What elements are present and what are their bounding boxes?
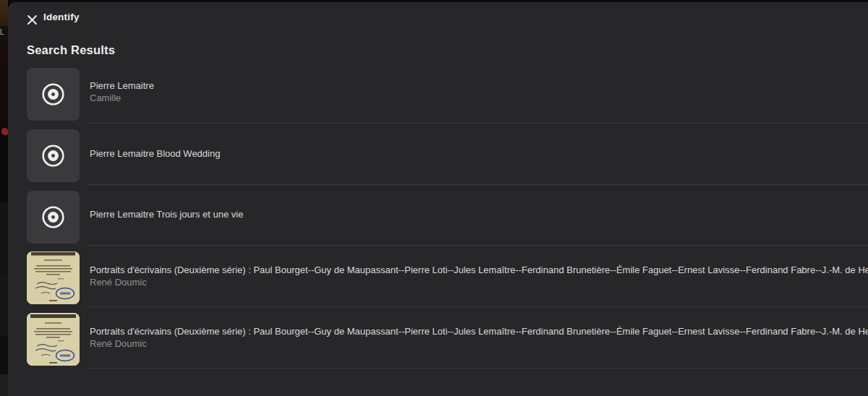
- disc-icon: [41, 205, 65, 229]
- search-result-row[interactable]: Pierre Lemaitre Trois jours et une vie: [8, 185, 868, 246]
- result-title: Portraits d'écrivains (Deuxième série) :…: [90, 326, 868, 337]
- search-result-row[interactable]: Pierre Lemaitre Camille: [8, 62, 868, 124]
- identify-modal: Identify Search Results Pierre Lemaitre …: [8, 2, 868, 396]
- close-icon: [27, 14, 38, 25]
- result-title: Pierre Lemaitre Blood Wedding: [90, 148, 862, 160]
- background-artwork: [0, 0, 8, 26]
- disc-thumbnail: [27, 191, 80, 244]
- disc-icon: [41, 82, 65, 106]
- section-title: Search Results: [27, 43, 115, 57]
- modal-title: Identify: [43, 12, 80, 22]
- book-cover-thumbnail: [27, 313, 80, 366]
- modal-header: Identify: [8, 2, 868, 35]
- search-result-row[interactable]: Pierre Lemaitre Blood Wedding: [8, 124, 868, 185]
- search-result-row[interactable]: Portraits d'écrivains (Deuxième série) :…: [8, 307, 868, 369]
- search-results-list: Pierre Lemaitre Camille Pierre Lemaitre …: [8, 62, 868, 369]
- book-cover-art: [27, 251, 80, 304]
- disc-icon: [41, 144, 65, 168]
- book-cover-art: [27, 313, 80, 366]
- background-text-fragment: L: [0, 29, 4, 36]
- background-artwork-fragment: [1, 128, 8, 135]
- disc-thumbnail: [27, 129, 80, 182]
- result-subtitle: Camille: [90, 92, 862, 104]
- result-title: Pierre Lemaitre: [90, 80, 862, 92]
- search-result-row[interactable]: Portraits d'écrivains (Deuxième série) :…: [8, 246, 868, 307]
- result-title: Pierre Lemaitre Trois jours et une vie: [90, 209, 862, 220]
- background-app-edge: L: [0, 0, 8, 396]
- result-subtitle: René Doumic: [90, 277, 868, 288]
- book-cover-thumbnail: [27, 251, 80, 304]
- disc-thumbnail: [27, 68, 80, 121]
- close-button[interactable]: [22, 9, 42, 30]
- result-subtitle: René Doumic: [90, 338, 868, 350]
- result-title: Portraits d'écrivains (Deuxième série) :…: [90, 264, 868, 276]
